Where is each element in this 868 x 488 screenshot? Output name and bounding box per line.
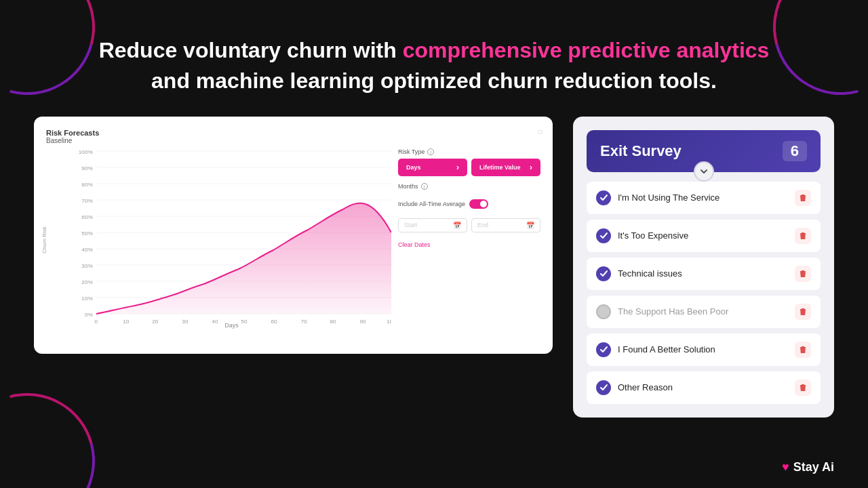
calendar-icon-start: 📅 <box>453 222 461 229</box>
corner-decoration-bl <box>0 407 81 488</box>
settings-icon[interactable]: ○ <box>538 126 543 137</box>
chart-svg: 100% 90% 80% 70% 60% 50% 40% 30% 20% 10%… <box>72 148 391 325</box>
survey-item-too-expensive[interactable]: It's Too Expensive <box>587 220 821 252</box>
svg-text:80%: 80% <box>81 182 92 188</box>
survey-item-left-2: It's Too Expensive <box>596 228 688 243</box>
check-circle-not-using <box>596 190 611 205</box>
svg-text:70: 70 <box>300 319 307 325</box>
header-line1: Reduce voluntary churn with comprehensiv… <box>54 35 814 66</box>
chart-title: Risk Forecasts <box>46 129 540 137</box>
x-axis: 0 10 20 30 40 50 60 70 80 90 100 <box>95 319 391 325</box>
svg-text:60%: 60% <box>81 214 92 220</box>
survey-item-text-not-using: I'm Not Using The Service <box>618 192 719 203</box>
chevron-right-icon: › <box>456 163 459 172</box>
y-axis-label: Churn Risk <box>41 226 47 253</box>
risk-type-info-icon: i <box>427 148 434 155</box>
svg-text:90: 90 <box>359 319 366 325</box>
svg-text:0: 0 <box>95 319 98 325</box>
svg-text:20: 20 <box>152 319 159 325</box>
svg-text:50: 50 <box>241 319 248 325</box>
include-avg-label: Include All-Time Average <box>398 201 465 207</box>
svg-text:30%: 30% <box>81 263 92 269</box>
survey-item-better-solution[interactable]: I Found A Better Solution <box>587 333 821 366</box>
y-axis: 100% 90% 80% 70% 60% 50% 40% 30% 20% 10%… <box>79 149 93 318</box>
header-highlight-text: comprehensive predictive analytics <box>403 38 770 62</box>
survey-header: Exit Survey 6 <box>587 130 821 172</box>
chart-area-fill <box>96 203 391 313</box>
days-button[interactable]: Days › <box>398 159 467 176</box>
header: Reduce voluntary churn with comprehensiv… <box>0 0 868 117</box>
delete-too-expensive-button[interactable] <box>795 228 811 244</box>
delete-technical-button[interactable] <box>795 266 811 282</box>
svg-text:0%: 0% <box>85 312 93 318</box>
header-plain-text: Reduce voluntary churn with <box>99 38 403 62</box>
svg-text:20%: 20% <box>81 279 92 285</box>
chart-area: Churn Risk 100% 90% 80% 70% 60% 50% 40% … <box>46 148 540 331</box>
risk-type-group: Risk Type i Days › Lifetime Value › <box>398 148 540 176</box>
survey-title: Exit Survey <box>600 142 682 160</box>
svg-text:10: 10 <box>123 319 130 325</box>
date-range-row: Start 📅 End 📅 <box>398 218 540 232</box>
main-content: Risk Forecasts Baseline ○ Churn Risk 100… <box>0 117 868 418</box>
calendar-icon-end: 📅 <box>526 222 534 229</box>
svg-text:70%: 70% <box>81 198 92 204</box>
survey-item-technical[interactable]: Technical issues <box>587 258 821 290</box>
svg-text:10%: 10% <box>81 296 92 302</box>
delete-not-using-button[interactable] <box>795 190 811 206</box>
delete-better-solution-button[interactable] <box>795 342 811 358</box>
svg-text:100: 100 <box>387 319 391 325</box>
survey-chevron-icon[interactable] <box>694 161 714 182</box>
delete-other-button[interactable] <box>795 380 811 396</box>
months-info-icon: i <box>421 183 428 190</box>
chevron-right-icon-2: › <box>530 163 532 172</box>
svg-text:40: 40 <box>212 319 218 325</box>
svg-text:90%: 90% <box>81 165 92 171</box>
check-circle-better-solution <box>596 342 611 357</box>
start-date-input[interactable]: Start 📅 <box>398 218 467 232</box>
survey-item-text-support-poor: The Support Has Been Poor <box>618 306 728 317</box>
survey-panel: Exit Survey 6 I'm Not Using The Service <box>573 117 834 418</box>
chart-panel: Risk Forecasts Baseline ○ Churn Risk 100… <box>34 117 553 354</box>
survey-item-text-too-expensive: It's Too Expensive <box>618 230 688 241</box>
chart-controls: Risk Type i Days › Lifetime Value › <box>398 148 540 331</box>
logo-heart-icon: ♥ <box>782 460 789 474</box>
header-line2: and machine learning optimized churn red… <box>54 66 814 96</box>
check-circle-too-expensive <box>596 228 611 243</box>
months-label: Months i <box>398 183 540 190</box>
end-date-input[interactable]: End 📅 <box>471 218 540 232</box>
check-circle-support-poor <box>596 304 611 319</box>
survey-item-not-using[interactable]: I'm Not Using The Service <box>587 182 821 214</box>
include-avg-toggle[interactable] <box>469 199 488 209</box>
survey-item-text-better-solution: I Found A Better Solution <box>618 344 715 354</box>
logo-text: Stay Ai <box>793 460 834 474</box>
survey-item-text-other: Other Reason <box>618 382 673 392</box>
chart-subtitle: Baseline <box>46 137 540 144</box>
survey-item-text-technical: Technical issues <box>618 268 682 279</box>
svg-text:40%: 40% <box>81 247 92 253</box>
survey-item-left-3: Technical issues <box>596 266 682 281</box>
svg-text:50%: 50% <box>81 230 92 237</box>
lifetime-value-button[interactable]: Lifetime Value › <box>471 159 540 176</box>
delete-support-poor-button[interactable] <box>795 304 811 320</box>
survey-item-left-6: Other Reason <box>596 380 673 395</box>
clear-dates-link[interactable]: Clear Dates <box>398 241 540 248</box>
survey-items-list: I'm Not Using The Service It's Too Expen… <box>587 182 821 404</box>
logo: ♥ Stay Ai <box>782 460 834 474</box>
survey-item-other[interactable]: Other Reason <box>587 371 821 404</box>
svg-text:100%: 100% <box>79 149 93 155</box>
risk-type-buttons: Days › Lifetime Value › <box>398 159 540 176</box>
risk-type-label: Risk Type i <box>398 148 540 155</box>
survey-item-left: I'm Not Using The Service <box>596 190 719 205</box>
survey-count: 6 <box>783 141 807 161</box>
svg-text:30: 30 <box>182 319 189 325</box>
survey-item-left-5: I Found A Better Solution <box>596 342 715 357</box>
check-circle-technical <box>596 266 611 281</box>
chart-plot-area: Churn Risk 100% 90% 80% 70% 60% 50% 40% … <box>46 148 391 331</box>
survey-item-left-4: The Support Has Been Poor <box>596 304 728 319</box>
check-circle-other <box>596 380 611 395</box>
svg-text:80: 80 <box>330 319 336 325</box>
include-avg-row: Include All-Time Average <box>398 199 540 209</box>
survey-item-support-poor[interactable]: The Support Has Been Poor <box>587 296 821 328</box>
months-group: Months i <box>398 183 540 190</box>
svg-text:60: 60 <box>271 319 277 325</box>
